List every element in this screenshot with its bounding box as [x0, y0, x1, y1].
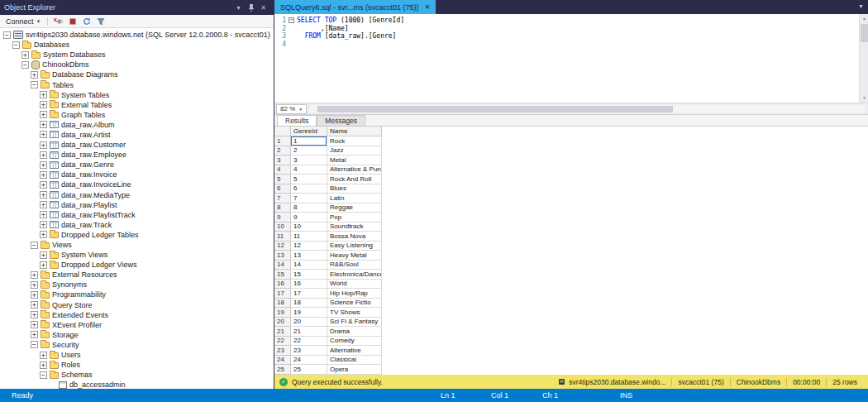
row-header[interactable]: 21: [274, 327, 291, 337]
tree-item[interactable]: +External Tables: [0, 100, 274, 110]
row-header[interactable]: 2: [274, 146, 291, 156]
row-header[interactable]: 13: [274, 251, 291, 261]
row-header[interactable]: 10: [274, 223, 291, 232]
expand-icon[interactable]: +: [31, 331, 38, 338]
cell-genreid[interactable]: 5: [291, 175, 327, 184]
cell-genreid[interactable]: 25: [291, 365, 327, 375]
scroll-up-icon[interactable]: ▲: [860, 14, 868, 23]
row-header[interactable]: 1: [274, 136, 291, 146]
row-header[interactable]: 18: [274, 299, 291, 309]
row-header[interactable]: 8: [274, 203, 291, 213]
tree-item[interactable]: −Views: [0, 240, 274, 250]
tab-results[interactable]: Results: [277, 115, 317, 126]
stop-icon[interactable]: [66, 16, 79, 26]
close-icon[interactable]: ✕: [257, 4, 269, 12]
cell-name[interactable]: Comedy: [327, 337, 382, 347]
tab-list-chevron-icon[interactable]: ▼: [858, 3, 864, 9]
tab-close-icon[interactable]: ✕: [425, 3, 431, 11]
tree-item[interactable]: +Programmability: [0, 290, 274, 299]
tree-item[interactable]: −Databases: [0, 40, 274, 50]
tree-item[interactable]: +data_raw.PlaylistTrack: [0, 210, 274, 220]
collapse-icon[interactable]: −: [21, 61, 29, 69]
tab-messages[interactable]: Messages: [317, 115, 365, 126]
expand-icon[interactable]: +: [40, 161, 47, 169]
expand-icon[interactable]: +: [40, 211, 47, 218]
tree-item[interactable]: +data_raw.Album: [0, 120, 274, 130]
cell-genreid[interactable]: 24: [291, 356, 327, 366]
cell-genreid[interactable]: 8: [291, 203, 327, 213]
collapse-icon[interactable]: −: [31, 81, 38, 89]
tree-item[interactable]: −Schemas: [0, 370, 274, 380]
object-explorer-titlebar[interactable]: Object Explorer ▾ ✕: [0, 0, 274, 15]
row-header[interactable]: 22: [274, 337, 291, 347]
tree-item[interactable]: +Users: [0, 350, 274, 360]
row-header[interactable]: 20: [274, 318, 291, 328]
cell-genreid[interactable]: 12: [291, 242, 327, 251]
cell-genreid[interactable]: 20: [291, 318, 327, 328]
tree-item[interactable]: +Synonyms: [0, 280, 274, 290]
cell-name[interactable]: World: [327, 280, 382, 290]
scrollbar-thumb[interactable]: [861, 24, 868, 42]
disconnect-icon[interactable]: [52, 16, 64, 26]
expand-icon[interactable]: +: [40, 181, 47, 189]
tree-item[interactable]: +Query Store: [0, 300, 274, 310]
expand-icon[interactable]: +: [40, 191, 47, 199]
cell-name[interactable]: Drama: [327, 327, 382, 337]
row-header[interactable]: 15: [274, 270, 291, 280]
expand-icon[interactable]: +: [40, 131, 47, 138]
cell-name[interactable]: Alternative & Punk: [327, 165, 382, 175]
code-line[interactable]: FROM [data_raw].[Genre]: [297, 32, 396, 40]
refresh-icon[interactable]: [80, 16, 93, 26]
row-header[interactable]: 12: [274, 242, 291, 251]
cell-genreid[interactable]: 6: [291, 184, 327, 194]
expand-icon[interactable]: +: [40, 141, 47, 149]
cell-genreid[interactable]: 7: [291, 194, 327, 203]
row-header[interactable]: 19: [274, 308, 291, 318]
expand-icon[interactable]: +: [40, 231, 47, 238]
column-header-genreid[interactable]: GenreId: [291, 127, 327, 136]
cell-genreid[interactable]: 4: [291, 165, 327, 175]
cell-name[interactable]: Heavy Metal: [327, 251, 382, 261]
cell-genreid[interactable]: 10: [291, 223, 327, 232]
cell-name[interactable]: R&B/Soul: [327, 261, 382, 270]
cell-genreid[interactable]: 15: [291, 270, 327, 280]
cell-genreid[interactable]: 1: [291, 136, 327, 146]
cell-name[interactable]: Classical: [327, 356, 382, 366]
row-header[interactable]: 24: [274, 356, 291, 366]
tree-item[interactable]: +System Databases: [0, 50, 274, 60]
row-header[interactable]: 23: [274, 346, 291, 356]
row-header[interactable]: 16: [274, 280, 291, 290]
window-position-icon[interactable]: ▾: [232, 4, 245, 12]
tree-item[interactable]: −Tables: [0, 79, 274, 89]
expand-icon[interactable]: +: [31, 291, 38, 299]
collapse-icon[interactable]: −: [3, 31, 11, 39]
tree-item[interactable]: +data_raw.Invoice: [0, 170, 274, 179]
cell-name[interactable]: Electronica/Dance: [327, 270, 382, 280]
cell-name[interactable]: Hip Hop/Rap: [327, 289, 382, 299]
collapse-icon[interactable]: −: [40, 371, 47, 379]
tree-item[interactable]: +Graph Tables: [0, 110, 274, 120]
query-tab[interactable]: SQLQuery6.sql - svr...ms (svcacct01 (75)…: [274, 0, 436, 14]
cell-name[interactable]: TV Shows: [327, 308, 382, 318]
cell-genreid[interactable]: 19: [291, 308, 327, 318]
cell-genreid[interactable]: 18: [291, 299, 327, 309]
row-header[interactable]: 9: [274, 213, 291, 223]
cell-genreid[interactable]: 14: [291, 261, 327, 270]
scrollbar-thumb[interactable]: [317, 106, 673, 112]
row-header[interactable]: 6: [274, 184, 291, 194]
tree-item[interactable]: db_accessadmin: [0, 380, 274, 389]
cell-name[interactable]: Rock And Roll: [327, 175, 382, 184]
sql-editor[interactable]: 1−SELECT TOP (1000) [GenreId]2 ,[Name]3 …: [274, 14, 868, 103]
expand-icon[interactable]: +: [31, 311, 38, 318]
expand-icon[interactable]: +: [40, 111, 47, 118]
collapse-icon[interactable]: −: [31, 341, 38, 348]
cell-genreid[interactable]: 21: [291, 327, 327, 337]
editor-horizontal-scrollbar[interactable]: [309, 105, 866, 113]
cell-name[interactable]: Pop: [327, 213, 382, 223]
expand-icon[interactable]: +: [40, 121, 47, 128]
expand-icon[interactable]: +: [40, 261, 47, 269]
expand-icon[interactable]: +: [40, 151, 47, 159]
row-header[interactable]: 11: [274, 232, 291, 242]
cell-name[interactable]: Blues: [327, 184, 382, 194]
tree-item[interactable]: −svr4tips2030.database.windows.net (SQL …: [0, 30, 274, 40]
